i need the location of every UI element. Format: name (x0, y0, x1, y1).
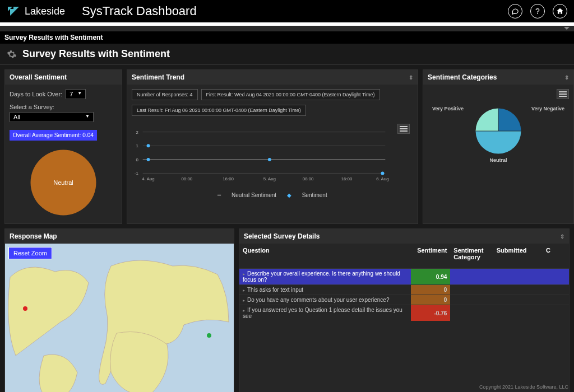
survey-label: Select a Survey: (10, 104, 54, 110)
pie-label-vn: Very Negative (531, 106, 564, 111)
panel-response-map: Response Map Reset Zoom (4, 228, 234, 392)
details-table: Question Sentiment Sentiment Category Su… (239, 244, 569, 321)
reset-zoom-button[interactable]: Reset Zoom (8, 247, 52, 259)
map-marker-red[interactable] (23, 306, 27, 311)
overall-donut-chart: Neutral (27, 146, 100, 219)
feedback-icon[interactable] (508, 4, 522, 18)
page-header: Survey Results with Sentiment (0, 44, 574, 65)
home-icon[interactable] (553, 4, 567, 18)
donut-center-label: Neutral (53, 179, 73, 186)
table-row[interactable]: ▸Do you have any comments about your use… (239, 295, 569, 305)
panel-title-details: Selected Survey Details (244, 232, 320, 240)
pie-label-n: Neutral (489, 157, 507, 163)
pie-label-vp: Very Positive (432, 106, 464, 111)
page-title: Survey Results with Sentiment (22, 48, 170, 60)
pin-icon[interactable]: ⇕ (409, 74, 413, 81)
legend-sentiment: Sentiment (302, 192, 327, 198)
topbar: Lakeside SysTrack Dashboard ? (0, 0, 574, 22)
col-question[interactable]: Question (239, 244, 411, 269)
legend-neutral: Neutral Sentiment (232, 192, 276, 198)
brand-text: Lakeside (25, 6, 65, 17)
pin-icon[interactable]: ⇕ (560, 234, 564, 240)
svg-text:2: 2 (136, 130, 138, 135)
svg-text:4. Aug: 4. Aug (142, 176, 154, 181)
survey-select[interactable]: All (10, 112, 94, 122)
trend-line-chart: 2 1 0 -1 4. Aug 08:00 16:00 5. Aug 08:00… (132, 120, 413, 188)
svg-point-10 (147, 144, 150, 147)
table-row[interactable]: ▸This asks for text input0 (239, 285, 569, 295)
col-c[interactable]: C (543, 244, 569, 269)
chart-menu-button[interactable] (397, 124, 410, 134)
panel-survey-details: Selected Survey Details⇕ Question Sentim… (239, 228, 570, 392)
svg-text:6. Aug: 6. Aug (376, 176, 388, 181)
breadcrumb: Survey Results with Sentiment (0, 31, 574, 44)
help-icon[interactable]: ? (530, 4, 545, 18)
svg-point-12 (268, 158, 271, 161)
panel-sentiment-trend: Sentiment Trend⇕ Number of Responses: 4 … (127, 69, 418, 224)
table-row[interactable]: ▸If you answered yes to Question 1 pleas… (239, 305, 569, 321)
svg-text:-1: -1 (135, 171, 138, 176)
svg-text:08:00: 08:00 (303, 176, 314, 181)
panel-title-map: Response Map (5, 229, 234, 244)
collapse-bar[interactable] (0, 26, 574, 31)
lakeside-logo-icon (7, 4, 20, 18)
col-submitted[interactable]: Submitted (493, 244, 543, 269)
svg-text:08:00: 08:00 (181, 176, 192, 181)
map-marker-green[interactable] (207, 333, 211, 338)
svg-text:5. Aug: 5. Aug (263, 176, 276, 181)
days-label: Days to Look Over: (10, 91, 62, 97)
svg-text:1: 1 (136, 143, 138, 148)
pin-icon[interactable]: ⇕ (564, 74, 569, 81)
chip-last-result: Last Result: Fri Aug 06 2021 00:00:00 GM… (132, 105, 306, 116)
panel-sentiment-categories: Sentiment Categories⇕ Very Positive Very… (423, 69, 574, 224)
panel-overall-sentiment: Overall Sentiment Days to Look Over: 7 S… (4, 69, 122, 224)
chip-first-result: First Result: Wed Aug 04 2021 00:00:00 G… (201, 89, 380, 100)
categories-pie-chart: Very Positive Very Negative Neutral (428, 89, 569, 173)
trend-legend: ━ Neutral Sentiment ◆ Sentiment (132, 192, 413, 198)
col-category[interactable]: Sentiment Category (450, 244, 493, 269)
panel-title-overall: Overall Sentiment (5, 70, 122, 85)
gear-icon[interactable] (7, 49, 17, 59)
svg-text:16:00: 16:00 (341, 176, 353, 181)
brand-logo: Lakeside (7, 4, 65, 18)
footer-copyright: Copyright 2021 Lakeside Software, LLC (474, 382, 574, 392)
panel-title-trend: Sentiment Trend (132, 73, 184, 81)
svg-text:0: 0 (136, 157, 138, 162)
avg-sentiment-badge: Overall Average Sentiment: 0.04 (10, 130, 97, 141)
col-sentiment[interactable]: Sentiment (411, 244, 451, 269)
svg-point-13 (381, 171, 384, 175)
svg-text:16:00: 16:00 (223, 176, 234, 181)
chip-responses: Number of Responses: 4 (132, 89, 198, 100)
days-select[interactable]: 7 (66, 89, 86, 99)
app-title: SysTrack Dashboard (82, 4, 197, 18)
svg-point-11 (147, 158, 150, 161)
panel-title-categories: Sentiment Categories (428, 73, 497, 81)
table-row[interactable]: ▸Describe your overall experience. Is th… (239, 269, 569, 285)
world-map[interactable]: Reset Zoom (5, 244, 234, 392)
